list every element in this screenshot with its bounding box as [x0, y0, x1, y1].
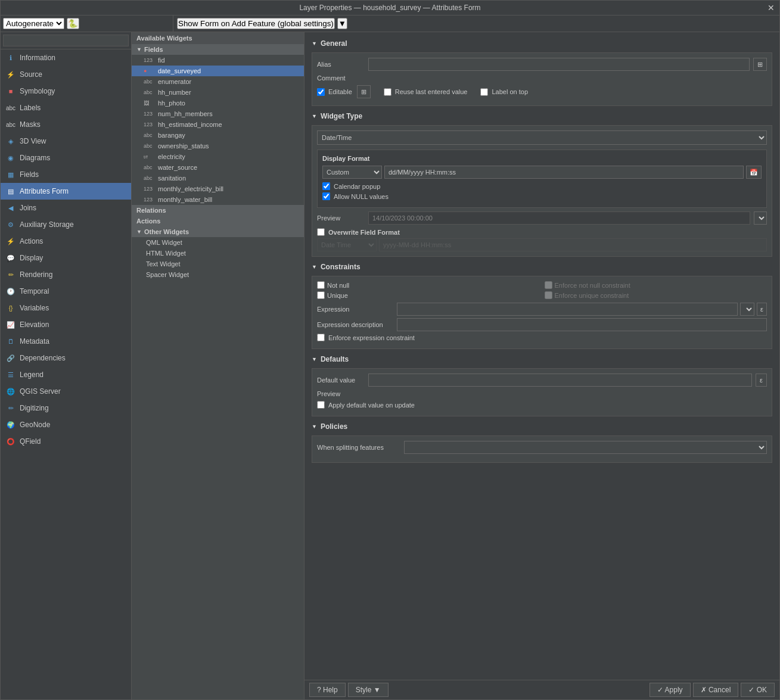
apply-button[interactable]: ✓ Apply: [650, 683, 691, 697]
enforce-expr-checkbox[interactable]: [317, 334, 325, 341]
tree-item-water-source[interactable]: abc water_source: [132, 162, 304, 173]
tree-item-sanitation[interactable]: abc sanitation: [132, 173, 304, 183]
policies-arrow-icon: ▼: [312, 424, 317, 430]
format-value-input[interactable]: [384, 166, 744, 179]
autogenerate-select[interactable]: Autogenerate: [3, 18, 64, 29]
sidebar-item-legend[interactable]: ☰ Legend: [1, 366, 131, 383]
default-value-expression-button[interactable]: ε: [756, 374, 767, 387]
alias-expression-button[interactable]: ⊞: [753, 58, 767, 71]
unique-checkbox[interactable]: [317, 291, 325, 299]
html-widget-item[interactable]: HTML Widget: [132, 248, 304, 259]
alias-input[interactable]: [368, 58, 750, 71]
show-form-dropdown[interactable]: ▼: [337, 18, 347, 29]
style-button[interactable]: Style ▼: [348, 683, 389, 697]
sidebar-item-dependencies[interactable]: 🔗 Dependencies: [1, 350, 131, 366]
widget-type-select[interactable]: Date/Time: [317, 130, 767, 145]
sidebar-item-actions[interactable]: ⚡ Actions: [1, 233, 131, 250]
sidebar-item-attributes-form[interactable]: ▤ Attributes Form: [1, 183, 131, 200]
default-value-input[interactable]: [368, 374, 752, 387]
editable-checkbox[interactable]: [317, 88, 325, 96]
editable-expression-button[interactable]: ⊞: [357, 85, 371, 98]
qml-widget-item[interactable]: QML Widget: [132, 237, 304, 248]
sidebar-item-masks[interactable]: abc Masks: [1, 116, 131, 133]
ok-checkmark-icon: ✓: [748, 686, 754, 694]
preview-dropdown[interactable]: [754, 211, 767, 225]
sidebar-item-qfield[interactable]: ⭕ QField: [1, 433, 131, 450]
overwrite-format-input[interactable]: [379, 238, 767, 251]
spacer-widget-item[interactable]: Spacer Widget: [132, 269, 304, 280]
tree-item-electricity[interactable]: t/f electricity: [132, 151, 304, 162]
tree-item-date-surveyed[interactable]: ● date_surveyed: [132, 66, 304, 76]
defaults-section-header[interactable]: ▼ Defaults: [312, 355, 772, 363]
label-on-top-checkbox[interactable]: [480, 88, 488, 96]
show-form-area: Show Form on Add Feature (global setting…: [173, 15, 779, 32]
water-source-type: abc: [144, 164, 156, 170]
sidebar-item-joins[interactable]: ◀ Joins: [1, 200, 131, 216]
sidebar-item-rendering[interactable]: ✏ Rendering: [1, 266, 131, 283]
tree-item-hh-estimated-income[interactable]: 123 hh_estimated_income: [132, 119, 304, 130]
sidebar-label-elevation: Elevation: [20, 321, 49, 329]
cancel-button[interactable]: ✗ Cancel: [693, 683, 739, 697]
general-section-header[interactable]: ▼ General: [312, 39, 772, 48]
expression-button[interactable]: ε: [757, 303, 767, 316]
expression-input[interactable]: [397, 303, 738, 316]
sidebar-item-source[interactable]: ⚡ Source: [1, 66, 131, 83]
enforce-unique-checkbox[interactable]: [545, 291, 552, 299]
format-type-select[interactable]: Custom: [322, 166, 382, 179]
other-widgets-section-header[interactable]: ▼ Other Widgets: [132, 226, 304, 237]
expression-desc-input[interactable]: [397, 318, 767, 331]
help-button[interactable]: ? Help: [309, 683, 346, 697]
widget-type-section-header[interactable]: ▼ Widget Type: [312, 112, 772, 120]
policies-section-header[interactable]: ▼ Policies: [312, 422, 772, 431]
tree-item-monthly-water-bill[interactable]: 123 monthly_water_bill: [132, 194, 304, 205]
sidebar-item-geonode[interactable]: 🌍 GeoNode: [1, 416, 131, 433]
overwrite-type-select[interactable]: Date Time: [317, 238, 377, 251]
enforce-not-null-checkbox[interactable]: [545, 281, 552, 289]
expression-select[interactable]: [740, 303, 754, 316]
sidebar-item-3d-view[interactable]: ◈ 3D View: [1, 133, 131, 150]
sidebar-item-diagrams[interactable]: ◉ Diagrams: [1, 150, 131, 166]
sidebar-item-qgis-server[interactable]: 🌐 QGIS Server: [1, 383, 131, 400]
tree-item-enumerator[interactable]: abc enumerator: [132, 76, 304, 87]
not-null-checkbox[interactable]: [317, 281, 325, 289]
sidebar-item-auxiliary-storage[interactable]: ⚙ Auxiliary Storage: [1, 216, 131, 233]
tree-item-num-hh-members[interactable]: 123 num_hh_members: [132, 108, 304, 119]
symbology-icon: ■: [5, 86, 16, 97]
format-calendar-button[interactable]: 📅: [746, 166, 762, 179]
tree-item-hh-photo[interactable]: 🖼 hh_photo: [132, 98, 304, 108]
sidebar-item-elevation[interactable]: 📈 Elevation: [1, 316, 131, 333]
fields-section-header[interactable]: ▼ Fields: [132, 44, 304, 55]
sidebar-item-temporal[interactable]: 🕐 Temporal: [1, 283, 131, 300]
sidebar-item-symbology[interactable]: ■ Symbology: [1, 83, 131, 99]
tree-item-monthly-electricity-bill[interactable]: 123 monthly_electricity_bill: [132, 183, 304, 194]
sidebar-item-labels[interactable]: abc Labels: [1, 99, 131, 116]
sidebar-item-digitizing[interactable]: ✏ Digitizing: [1, 400, 131, 416]
reuse-last-checkbox[interactable]: [384, 88, 391, 96]
splitting-select[interactable]: [404, 441, 767, 454]
python-icon-btn[interactable]: 🐍: [67, 18, 79, 29]
comment-row: Comment: [317, 74, 767, 82]
constraints-section-header[interactable]: ▼ Constraints: [312, 263, 772, 271]
sidebar-label-qfield: QField: [20, 437, 41, 446]
ok-button[interactable]: ✓ OK: [741, 683, 775, 697]
overwrite-checkbox[interactable]: [317, 228, 325, 236]
text-widget-item[interactable]: Text Widget: [132, 259, 304, 269]
sidebar-item-metadata[interactable]: 🗒 Metadata: [1, 333, 131, 350]
calendar-popup-checkbox[interactable]: [322, 182, 330, 190]
allow-null-checkbox[interactable]: [322, 192, 330, 200]
relations-group[interactable]: Relations: [132, 205, 304, 216]
tree-item-barangay[interactable]: abc barangay: [132, 130, 304, 141]
close-button[interactable]: ✕: [767, 3, 775, 13]
comment-label: Comment: [317, 74, 365, 82]
sidebar-item-display[interactable]: 💬 Display: [1, 250, 131, 266]
tree-item-ownership-status[interactable]: abc ownership_status: [132, 141, 304, 151]
sidebar-item-fields[interactable]: ▦ Fields: [1, 166, 131, 183]
tree-item-fid[interactable]: 123 fid: [132, 55, 304, 66]
actions-group[interactable]: Actions: [132, 216, 304, 226]
search-input[interactable]: [3, 35, 129, 46]
tree-item-hh-number[interactable]: abc hh_number: [132, 87, 304, 98]
apply-on-update-checkbox[interactable]: [317, 401, 325, 409]
sidebar-item-variables[interactable]: {} Variables: [1, 300, 131, 316]
sidebar-item-information[interactable]: ℹ Information: [1, 49, 131, 66]
show-form-button[interactable]: Show Form on Add Feature (global setting…: [177, 18, 335, 29]
